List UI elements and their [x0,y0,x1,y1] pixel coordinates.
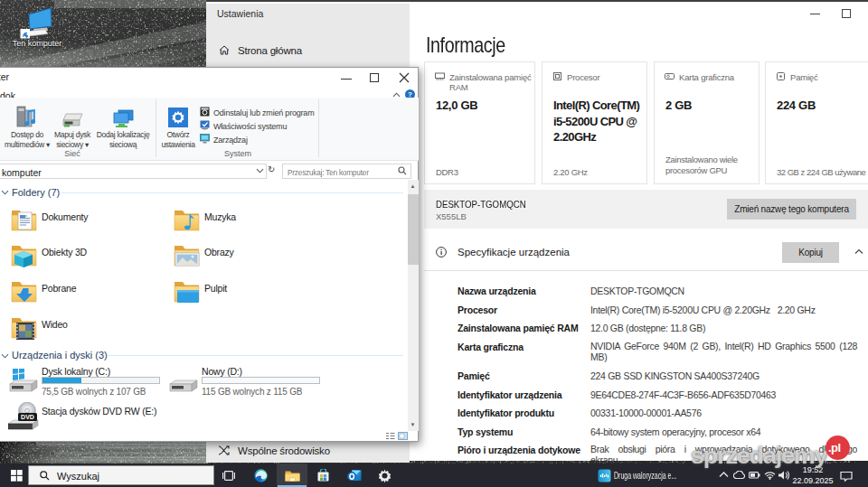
svg-text:DVD: DVD [21,414,34,420]
